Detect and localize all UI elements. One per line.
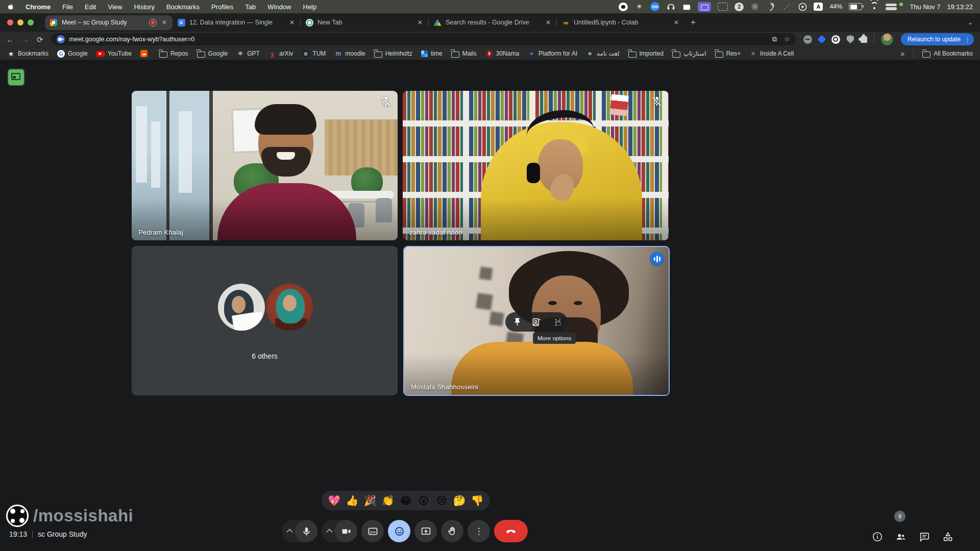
bookmark-item[interactable]: Bookmarks: [7, 50, 48, 58]
relaunch-to-update-button[interactable]: Relaunch to update ⋮: [901, 33, 974, 45]
people-button[interactable]: [891, 527, 911, 546]
bookmark-item[interactable]: GPT: [236, 50, 260, 58]
video-tile-zahra[interactable]: zahra sadat noori: [403, 91, 669, 240]
media-play-icon[interactable]: [798, 2, 807, 11]
forward-button[interactable]: →: [21, 36, 29, 43]
headphones-icon[interactable]: [666, 2, 675, 11]
bookmark-item[interactable]: Imported: [628, 50, 664, 58]
menu-file[interactable]: File: [62, 3, 73, 11]
screen-share-active-icon[interactable]: [698, 2, 711, 12]
mic-button[interactable]: [295, 520, 317, 542]
all-bookmarks-button[interactable]: All Bookmarks: [922, 50, 973, 58]
bookmark-item[interactable]: GGoogle: [57, 50, 88, 58]
menubar-clock[interactable]: 19:13:22: [947, 3, 973, 11]
new-tab-button[interactable]: +: [691, 17, 696, 28]
more-vert-icon[interactable]: ⋮: [964, 36, 971, 43]
adblock-extension-icon[interactable]: [803, 35, 812, 44]
reaction-surprise-button[interactable]: 😮: [416, 493, 431, 508]
open-in-new-icon[interactable]: ⧉: [772, 35, 777, 43]
ear-listening-icon[interactable]: [766, 2, 775, 11]
close-tab-icon[interactable]: ✕: [545, 19, 552, 26]
fullscreen-window-button[interactable]: [28, 19, 34, 26]
dots-status-icon[interactable]: ⋰: [782, 2, 791, 11]
profile-avatar[interactable]: [881, 33, 893, 45]
more-options-button[interactable]: ⋮: [468, 520, 490, 542]
chat-button[interactable]: [915, 527, 934, 546]
bookmark-item[interactable]: arXiv: [268, 50, 293, 58]
menu-history[interactable]: History: [134, 3, 154, 11]
reload-button[interactable]: ⟳: [37, 36, 43, 43]
present-button[interactable]: [414, 520, 437, 542]
menu-tab[interactable]: Tab: [245, 3, 256, 11]
reaction-party-button[interactable]: 🎉: [362, 493, 378, 508]
tab-new-tab[interactable]: New Tab ✕: [301, 15, 428, 30]
control-center-icon[interactable]: [886, 3, 897, 11]
reaction-joy-button[interactable]: 😂: [398, 493, 413, 508]
camera-button[interactable]: [335, 520, 357, 542]
tab-colab[interactable]: ∞ Untitled5.ipynb - Colab ✕: [557, 15, 684, 30]
menu-help[interactable]: Help: [303, 3, 317, 11]
video-tile-others[interactable]: 6 others: [132, 246, 398, 395]
wallet-icon[interactable]: [682, 2, 691, 11]
address-bar[interactable]: meet.google.com/nay-fwox-wyb?authuser=0 …: [51, 33, 796, 45]
bookmark-item[interactable]: Helmholtz: [374, 50, 412, 58]
bookmark-item[interactable]: استارتاپ: [672, 50, 706, 58]
reaction-thumbs-up-button[interactable]: 👍: [345, 493, 360, 508]
apple-menu-icon[interactable]: [7, 3, 14, 11]
openai-status-icon[interactable]: ✳: [634, 2, 644, 11]
menu-window[interactable]: Window: [267, 3, 291, 11]
pin-tile-button[interactable]: [508, 313, 526, 331]
battery-icon[interactable]: [849, 3, 862, 10]
screen-record-indicator-icon[interactable]: [619, 3, 628, 11]
blue-extension-icon[interactable]: [817, 35, 826, 44]
end-call-button[interactable]: [494, 520, 528, 542]
bookmark-item[interactable]: time: [421, 50, 443, 57]
tab-search-icon[interactable]: ⌄: [968, 19, 973, 26]
reaction-cry-button[interactable]: 😢: [434, 493, 449, 508]
tab-data-integration[interactable]: ≣ 12. Data integration — Single ✕: [173, 15, 300, 30]
reaction-thinking-button[interactable]: 🤔: [452, 493, 467, 508]
video-tile-mostafa[interactable]: ⋮ ☝ More options Mostafa Shahhosseini: [403, 246, 670, 396]
menu-chrome[interactable]: Chrome: [26, 3, 51, 11]
menubar-date[interactable]: Thu Nov 7: [910, 3, 940, 11]
menu-edit[interactable]: Edit: [85, 3, 96, 11]
bookmark-item[interactable]: Mails: [451, 50, 477, 58]
wifi-icon[interactable]: [870, 3, 879, 10]
menu-profiles[interactable]: Profiles: [211, 3, 233, 11]
shield-extension-icon[interactable]: [847, 35, 854, 43]
mic-options-chevron[interactable]: [284, 528, 295, 534]
captions-button[interactable]: [361, 520, 384, 542]
notification-badge-icon[interactable]: 2: [734, 3, 744, 11]
menu-view[interactable]: View: [108, 3, 122, 11]
meeting-details-button[interactable]: [868, 527, 887, 546]
bookmark-item[interactable]: ▶YouTube: [96, 50, 132, 57]
bookmark-item[interactable]: 330Nama: [485, 50, 519, 58]
bookmark-item[interactable]: ⊕TUM: [302, 50, 326, 58]
tab-meet[interactable]: Meet – sc Group Study ✕: [45, 15, 173, 30]
reaction-heart-button[interactable]: 💖: [327, 493, 342, 508]
bookmark-item[interactable]: ☁: [140, 50, 151, 57]
bookmark-item[interactable]: moodle: [334, 50, 365, 58]
close-window-button[interactable]: [7, 19, 13, 26]
screen-share-chip[interactable]: [7, 68, 25, 86]
activities-button[interactable]: [938, 527, 958, 546]
close-tab-icon[interactable]: ✕: [673, 19, 680, 26]
back-button[interactable]: ←: [6, 36, 14, 43]
close-tab-icon[interactable]: ✕: [416, 19, 424, 26]
bookmark-item[interactable]: Repos: [159, 50, 188, 58]
close-tab-icon[interactable]: ✕: [161, 19, 168, 26]
bookmark-star-icon[interactable]: ☆: [784, 35, 790, 43]
menu-bookmarks[interactable]: Bookmarks: [166, 3, 200, 11]
reaction-thumbs-down-button[interactable]: 👎: [470, 493, 485, 508]
bookmark-item[interactable]: Inside A Cell: [749, 50, 794, 58]
tab-google-drive[interactable]: Search results - Google Drive ✕: [429, 15, 556, 30]
reaction-clap-button[interactable]: 👏: [380, 493, 396, 508]
video-tile-pedram[interactable]: Pedram Khalaj: [132, 91, 398, 240]
window-manager-icon[interactable]: [718, 3, 728, 11]
bookmark-item[interactable]: Res+: [715, 50, 741, 58]
extensions-puzzle-icon[interactable]: [861, 36, 867, 43]
reactions-button[interactable]: [388, 520, 410, 542]
airdrop-icon[interactable]: [750, 2, 760, 11]
apply-effects-button[interactable]: [528, 313, 545, 331]
bookmarks-overflow-icon[interactable]: »: [901, 49, 905, 58]
